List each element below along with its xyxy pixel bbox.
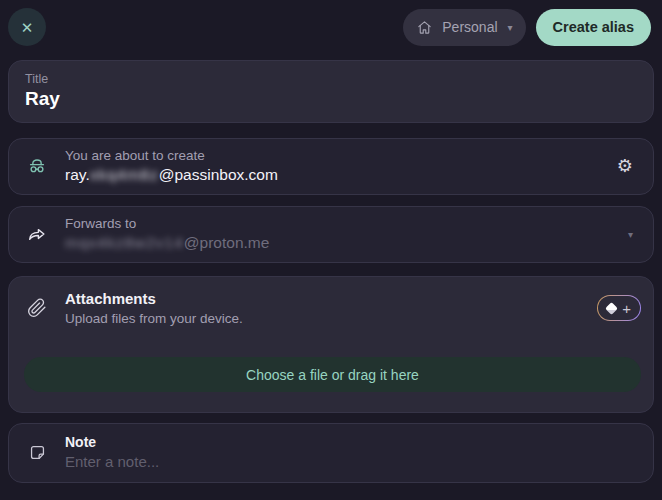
- alias-form: Title You are about to create ray.xkq4m8…: [0, 54, 662, 483]
- note-input[interactable]: [65, 453, 639, 470]
- attachments-header: Attachments Upload files from your devic…: [24, 290, 641, 326]
- plus-icon: +: [622, 301, 631, 316]
- note-icon: [24, 443, 50, 462]
- attachments-texts: Attachments Upload files from your devic…: [65, 290, 243, 326]
- chevron-down-icon: ▾: [508, 22, 513, 33]
- forwards-to-label: Forwards to: [65, 216, 269, 231]
- alias-redacted-segment: xkq4m8z: [90, 166, 159, 183]
- alias-address-card: You are about to create ray.xkq4m8z@pass…: [8, 138, 654, 195]
- alias-address-text: You are about to create ray.xkq4m8z@pass…: [65, 148, 278, 184]
- alias-mask-icon: [24, 155, 50, 177]
- alias-settings-button[interactable]: ⚙: [611, 153, 639, 179]
- pass-plus-diamond-icon: [605, 302, 618, 315]
- chevron-down-icon: ▾: [622, 227, 639, 242]
- forwards-to-text: Forwards to mqx4kz8w2v14@proton.me: [65, 216, 269, 252]
- choose-file-button[interactable]: Choose a file or drag it here: [24, 357, 641, 392]
- gear-icon: ⚙: [617, 156, 633, 176]
- title-input[interactable]: [25, 88, 637, 110]
- forwards-to-card[interactable]: Forwards to mqx4kz8w2v14@proton.me ▾: [8, 206, 654, 263]
- title-label: Title: [25, 72, 637, 86]
- forward-domain: @proton.me: [184, 234, 270, 251]
- attachments-upgrade-button[interactable]: +: [597, 295, 641, 321]
- forwards-to-value: mqx4kz8w2v14@proton.me: [65, 234, 269, 252]
- alias-address-value: ray.xkq4m8z@passinbox.com: [65, 166, 278, 184]
- alias-address-label: You are about to create: [65, 148, 278, 163]
- home-icon: [416, 19, 433, 36]
- topbar: ✕ Personal ▾ Create alias: [0, 0, 662, 54]
- vault-label: Personal: [442, 19, 497, 35]
- topbar-actions: Personal ▾ Create alias: [403, 9, 651, 46]
- alias-create-view: ✕ Personal ▾ Create alias Title: [0, 0, 662, 483]
- attachments-subtitle: Upload files from your device.: [65, 311, 243, 326]
- alias-domain: @passinbox.com: [159, 166, 278, 183]
- alias-prefix: ray.: [65, 166, 90, 183]
- close-button[interactable]: ✕: [8, 8, 46, 46]
- forward-arrow-icon: [24, 223, 50, 245]
- paperclip-icon: [24, 298, 50, 318]
- forward-redacted-segment: mqx4kz8w2v14: [65, 234, 184, 251]
- create-alias-button[interactable]: Create alias: [536, 9, 651, 46]
- attachments-card: Attachments Upload files from your devic…: [8, 276, 654, 413]
- vault-selector-button[interactable]: Personal ▾: [403, 9, 525, 46]
- title-field-card: Title: [8, 60, 654, 123]
- note-texts: Note: [65, 434, 639, 471]
- close-icon: ✕: [21, 20, 34, 35]
- note-label: Note: [65, 434, 639, 450]
- attachments-title: Attachments: [65, 290, 243, 307]
- note-card: Note: [8, 423, 654, 483]
